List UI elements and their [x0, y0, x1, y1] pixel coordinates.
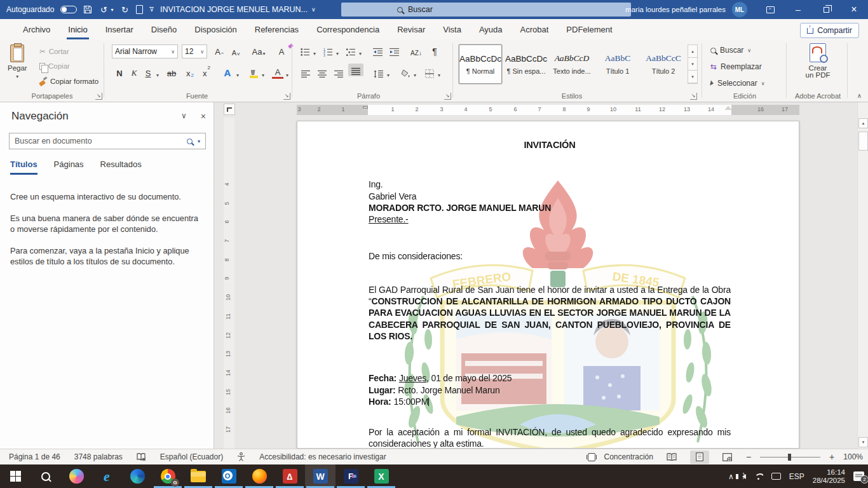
sort-button[interactable]: AZ↓: [408, 43, 424, 57]
create-pdf-button[interactable]: Crear un PDF: [796, 43, 840, 79]
firefox-button[interactable]: [244, 464, 275, 488]
volume-icon[interactable]: [742, 474, 746, 479]
text-effects-button[interactable]: A: [221, 65, 234, 79]
tab-archivo[interactable]: Archivo: [14, 20, 59, 39]
font-name-combo[interactable]: Arial Narrow ∨: [112, 44, 178, 58]
copilot-button[interactable]: [61, 464, 92, 488]
save-icon[interactable]: [83, 5, 92, 14]
titlebar-search-box[interactable]: Buscar: [341, 3, 631, 17]
line-spacing-dropdown[interactable]: ▾: [385, 65, 391, 79]
underline-dropdown[interactable]: ▾: [154, 65, 161, 79]
subscript-button[interactable]: x2: [183, 65, 197, 79]
tab-pdfelement[interactable]: PDFelement: [557, 20, 621, 39]
strikethrough-button[interactable]: ab: [164, 65, 179, 79]
navigation-close-icon[interactable]: ×: [201, 111, 206, 121]
styles-dialog-launcher[interactable]: ↘: [690, 93, 697, 100]
style-normal[interactable]: AaBbCcDc ¶ Normal: [459, 44, 502, 84]
acrobat-button[interactable]: ∆: [275, 464, 305, 488]
word-count[interactable]: 3748 palabras: [74, 452, 123, 461]
multilevel-dropdown[interactable]: ▾: [357, 43, 363, 57]
bullets-dropdown[interactable]: ▾: [311, 43, 318, 57]
font-dialog-launcher[interactable]: ↘: [283, 93, 290, 100]
nav-tab-resultados[interactable]: Resultados: [100, 159, 142, 175]
tab-acrobat[interactable]: Acrobat: [512, 20, 558, 39]
tab-insertar[interactable]: Insertar: [97, 20, 142, 39]
document-title-area[interactable]: INVITACION JORGE MENUEL MARUN... ∨: [160, 0, 316, 19]
internet-explorer-button[interactable]: e: [92, 464, 122, 488]
notification-center-icon[interactable]: 2: [853, 471, 864, 481]
zoom-slider-thumb[interactable]: [788, 454, 791, 461]
borders-button[interactable]: [423, 65, 436, 79]
avatar[interactable]: ML: [732, 2, 747, 17]
accessibility-status[interactable]: Accesibilidad: es necesario investigar: [259, 452, 386, 461]
pdfelement-button[interactable]: F: [336, 464, 366, 488]
wifi-icon[interactable]: [754, 473, 763, 480]
undo-dropdown-icon[interactable]: ▾: [111, 7, 113, 13]
find-button[interactable]: Buscar ∨: [710, 46, 751, 55]
format-painter-button[interactable]: Copiar formato: [39, 78, 98, 85]
copy-button[interactable]: Copiar: [39, 62, 70, 70]
increase-indent-button[interactable]: [388, 43, 400, 57]
font-color-button[interactable]: A: [272, 65, 283, 79]
zoom-out-button[interactable]: −: [746, 452, 751, 462]
numbering-dropdown[interactable]: ▾: [334, 43, 341, 57]
shrink-font-button[interactable]: Av: [229, 43, 243, 57]
page-indicator[interactable]: Página 1 de 46: [9, 452, 60, 461]
scroll-thumb[interactable]: [858, 132, 868, 151]
tab-correspondencia[interactable]: Correspondencia: [308, 20, 388, 39]
share-button[interactable]: Compartir: [800, 23, 859, 38]
restore-button[interactable]: [812, 0, 840, 19]
highlight-dropdown[interactable]: ▾: [259, 65, 267, 79]
language-indicator[interactable]: Español (Ecuador): [160, 452, 223, 461]
focus-mode-label[interactable]: Concentración: [604, 452, 653, 461]
meet-now-icon[interactable]: [771, 473, 781, 480]
bullets-button[interactable]: [299, 43, 311, 57]
text-effects-dropdown[interactable]: ▾: [234, 65, 241, 79]
cut-button[interactable]: ✂ Cortar: [39, 47, 69, 56]
zoom-level[interactable]: 100%: [843, 452, 863, 461]
italic-button[interactable]: K: [128, 65, 140, 79]
nav-tab-titulos[interactable]: Títulos: [10, 159, 37, 175]
collapse-ribbon-button[interactable]: ∧: [857, 92, 862, 99]
keyboard-language[interactable]: ESP: [789, 472, 804, 481]
touch-mode-icon[interactable]: [136, 5, 143, 14]
highlight-button[interactable]: [248, 65, 259, 79]
line-spacing-button[interactable]: [371, 65, 385, 79]
vertical-scrollbar[interactable]: ▴ ▾: [857, 102, 868, 449]
tab-inicio[interactable]: Inicio: [59, 20, 96, 39]
tab-disposicion[interactable]: Disposición: [186, 20, 245, 39]
close-button[interactable]: ×: [840, 0, 868, 19]
style-titulo-1[interactable]: AaBbC Título 1: [596, 44, 639, 84]
clock[interactable]: 16:14 28/4/2025: [813, 468, 845, 485]
change-case-button[interactable]: Aa▾: [249, 43, 268, 57]
print-layout-button[interactable]: [690, 451, 709, 464]
autosave-toggle[interactable]: [60, 6, 77, 13]
paste-button[interactable]: Pegar ▾: [8, 44, 27, 79]
navigation-search-icon[interactable]: [187, 139, 193, 144]
tab-diseno[interactable]: Diseño: [142, 20, 186, 39]
styles-scrollbar[interactable]: ▴ ▾ ▾: [688, 44, 698, 84]
font-size-combo[interactable]: 12 ∨: [182, 44, 207, 58]
chrome-button[interactable]: G: [153, 464, 183, 488]
justify-button[interactable]: [348, 64, 363, 76]
file-explorer-button[interactable]: [183, 464, 214, 488]
accessibility-icon[interactable]: [237, 452, 245, 461]
scroll-down-button[interactable]: ▾: [858, 437, 868, 447]
navigation-search-box[interactable]: ▾: [9, 133, 206, 149]
shading-dropdown[interactable]: ▾: [412, 65, 418, 79]
shading-button[interactable]: [399, 65, 412, 79]
clipboard-dialog-launcher[interactable]: ↘: [95, 93, 102, 100]
customize-quick-access-icon[interactable]: ∨: [149, 7, 154, 12]
navigation-options-icon[interactable]: ∨: [181, 111, 187, 121]
tab-vista[interactable]: Vista: [434, 20, 470, 39]
read-mode-button[interactable]: [662, 451, 681, 464]
align-center-button[interactable]: [315, 65, 329, 79]
word-button[interactable]: W: [305, 464, 336, 488]
superscript-button[interactable]: x2: [200, 65, 214, 79]
bold-button[interactable]: N: [113, 65, 126, 79]
navigation-search-dropdown-icon[interactable]: ▾: [198, 139, 200, 144]
underline-button[interactable]: S: [142, 65, 154, 79]
grow-font-button[interactable]: A^: [212, 43, 226, 57]
style-titulo-2[interactable]: AaBbCcC Título 2: [642, 44, 685, 84]
borders-dropdown[interactable]: ▾: [436, 65, 442, 79]
